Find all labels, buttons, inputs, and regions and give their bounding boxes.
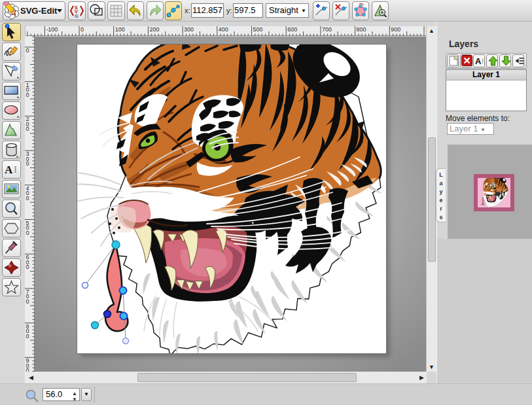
svg-text:G: G xyxy=(75,14,79,18)
svg-text:800: 800 xyxy=(357,26,366,33)
svg-text:0: 0 xyxy=(26,264,29,270)
svg-text:-100: -100 xyxy=(46,26,58,33)
svg-text:I: I xyxy=(14,164,17,175)
svg-text:0: 0 xyxy=(26,92,29,98)
svg-text:400: 400 xyxy=(219,26,228,33)
svg-text:0: 0 xyxy=(26,126,29,132)
svg-text:A: A xyxy=(5,164,13,176)
svg-text:600: 600 xyxy=(287,26,297,33)
svg-text:300: 300 xyxy=(184,26,194,33)
svg-text:0: 0 xyxy=(26,298,29,305)
svg-text:0: 0 xyxy=(26,47,29,54)
svg-text:I: I xyxy=(482,57,484,65)
svg-text:700: 700 xyxy=(322,26,332,33)
svg-text:900: 900 xyxy=(391,26,400,33)
svg-text:0: 0 xyxy=(26,160,29,167)
svg-text:A: A xyxy=(475,56,482,66)
svg-text:SVG-Edit: SVG-Edit xyxy=(20,6,58,16)
svg-text:0: 0 xyxy=(26,195,29,202)
svg-text:0: 0 xyxy=(80,26,84,33)
svg-text:0: 0 xyxy=(26,230,29,236)
svg-text:500: 500 xyxy=(253,26,263,33)
svg-text:0: 0 xyxy=(26,333,29,340)
svg-text:100: 100 xyxy=(115,26,125,33)
svg-text:200: 200 xyxy=(149,26,159,33)
